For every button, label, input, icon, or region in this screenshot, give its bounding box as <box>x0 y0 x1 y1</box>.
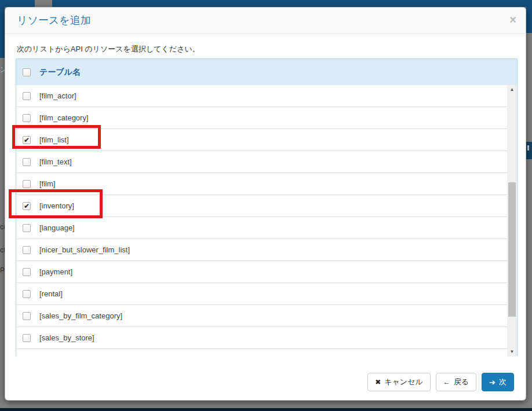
back-button[interactable]: ← 戻る <box>436 373 476 391</box>
row-label: [sales_by_film_category] <box>39 311 122 320</box>
row-checkbox[interactable] <box>23 114 31 122</box>
instruction-text: 次のリストからAPI のリソースを選択してください。 <box>17 44 514 54</box>
row-checkbox[interactable] <box>23 268 31 276</box>
next-label: 次 <box>499 377 507 387</box>
dialog-title: リソースを追加 <box>17 8 91 34</box>
back-label: 戻る <box>454 377 469 387</box>
cancel-label: キャンセル <box>384 377 423 387</box>
row-label: [staff] <box>39 355 58 356</box>
background-tab-fragment <box>35 0 52 7</box>
row-checkbox[interactable] <box>23 92 31 100</box>
table-row[interactable]: [language] <box>16 217 507 239</box>
background-footer-bar <box>0 408 532 411</box>
scroll-up-icon[interactable]: ▲ <box>507 85 517 94</box>
dialog-header: リソースを追加 × <box>5 8 526 34</box>
next-button[interactable]: ➔ 次 <box>482 373 514 391</box>
row-checkbox[interactable] <box>23 290 31 298</box>
table-row[interactable]: [film] <box>16 173 507 195</box>
background-text-fragment: Po <box>0 266 5 275</box>
table-row[interactable]: [nicer_but_slower_film_list] <box>16 239 507 261</box>
table-row[interactable]: [sales_by_store] <box>16 327 507 349</box>
row-label: [film_list] <box>39 135 69 144</box>
add-resource-dialog: リソースを追加 × 次のリストからAPI のリソースを選択してください。 テーブ… <box>5 7 526 401</box>
table-list: テーブル名 [film_actor][film_category]✔[film_… <box>16 58 518 356</box>
row-checkbox[interactable] <box>23 356 31 357</box>
table-row[interactable]: ✔[inventory] <box>16 195 507 217</box>
select-all-checkbox[interactable] <box>23 68 31 76</box>
row-checkbox[interactable] <box>23 180 31 188</box>
row-checkbox[interactable] <box>23 224 31 232</box>
background-navbar <box>0 0 532 7</box>
table-row[interactable]: [film_category] <box>16 107 507 129</box>
row-label: [inventory] <box>39 201 74 210</box>
x-icon: ✖ <box>375 378 381 386</box>
row-checkbox[interactable]: ✔ <box>23 202 31 210</box>
scroll-down-icon[interactable]: ▼ <box>507 347 517 357</box>
arrow-right-icon: ➔ <box>489 378 495 387</box>
scrollbar-thumb[interactable] <box>508 182 516 317</box>
row-label: [film] <box>39 179 55 188</box>
table-row[interactable]: [film_actor] <box>16 85 507 107</box>
background-text-fragment: co <box>0 222 5 232</box>
screen: ン= co ct Po リソースを追加 × 次のリストからAPI のリソースを選… <box>0 0 532 411</box>
row-checkbox[interactable] <box>23 334 31 342</box>
background-panel-mark <box>527 145 529 151</box>
table-row[interactable]: [payment] <box>16 261 507 283</box>
row-label: [rental] <box>39 289 63 298</box>
dialog-footer: ✖ キャンセル ← 戻る ➔ 次 <box>367 373 514 391</box>
arrow-left-icon: ← <box>443 378 450 386</box>
table-rows: [film_actor][film_category]✔[film_list][… <box>16 85 507 356</box>
table-header-row: テーブル名 <box>16 59 517 85</box>
row-label: [language] <box>39 223 75 232</box>
row-checkbox[interactable]: ✔ <box>23 136 31 144</box>
cancel-button[interactable]: ✖ キャンセル <box>367 373 431 391</box>
background-panel-fragment <box>526 142 532 159</box>
close-icon[interactable]: × <box>509 14 516 25</box>
table-row[interactable]: [film_text] <box>16 151 507 173</box>
table-row[interactable]: [rental] <box>16 283 507 305</box>
background-text-fragment: ct <box>0 245 5 255</box>
row-checkbox[interactable] <box>23 312 31 320</box>
row-checkbox[interactable] <box>23 246 31 254</box>
row-label: [payment] <box>39 267 72 276</box>
row-checkbox[interactable] <box>23 158 31 166</box>
table-row[interactable]: [staff] <box>16 349 507 356</box>
background-navbar-left <box>0 0 5 58</box>
table-row[interactable]: ✔[film_list] <box>16 129 507 151</box>
table-row[interactable]: [sales_by_film_category] <box>16 305 507 327</box>
row-label: [nicer_but_slower_film_list] <box>39 245 130 254</box>
row-label: [film_actor] <box>39 91 76 100</box>
table-header-label: テーブル名 <box>39 67 81 78</box>
row-label: [sales_by_store] <box>39 333 94 342</box>
background-navbar-right <box>526 0 532 33</box>
row-label: [film_text] <box>39 157 72 166</box>
row-label: [film_category] <box>39 113 89 122</box>
background-text-fragment: ン= <box>0 65 5 74</box>
scrollbar[interactable]: ▲ ▼ <box>507 85 517 357</box>
